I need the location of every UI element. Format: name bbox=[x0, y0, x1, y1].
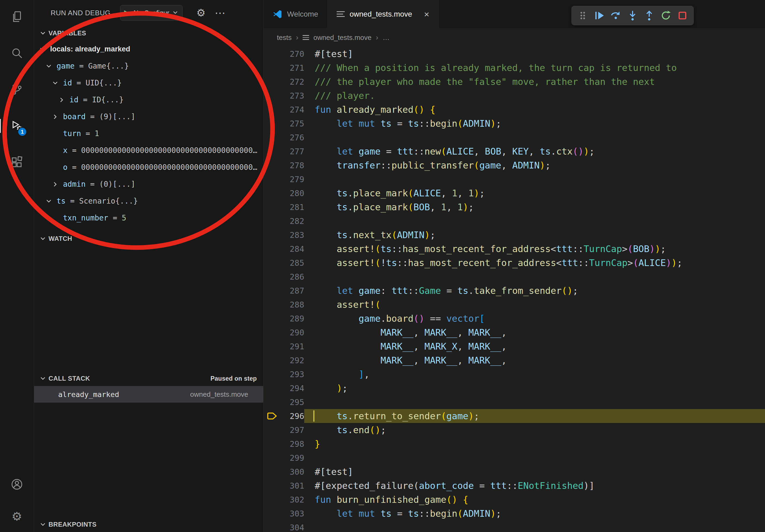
variables-section-label: VARIABLES bbox=[49, 30, 86, 37]
variable-row-txn_number[interactable]: txn_number = 5 bbox=[34, 209, 263, 226]
code-line-284[interactable]: 284 assert!(ts::has_most_recent_for_addr… bbox=[264, 242, 765, 256]
variable-row-ts[interactable]: ts = Scenario{...} bbox=[34, 193, 263, 209]
code-line-289[interactable]: 289 game.board() == vector[ bbox=[264, 312, 765, 326]
variable-row-game[interactable]: game = Game{...} bbox=[34, 58, 263, 75]
code-line-291[interactable]: 291 MARK__, MARK_X, MARK__, bbox=[264, 339, 765, 353]
activity-bar: 1 ⚙ bbox=[0, 0, 34, 532]
variable-row-scope[interactable]: locals: already_marked bbox=[34, 41, 263, 58]
chevron-down-icon bbox=[172, 9, 179, 17]
step-into-icon[interactable] bbox=[624, 7, 641, 24]
chevron-down-icon[interactable] bbox=[45, 63, 57, 70]
stop-icon[interactable] bbox=[674, 7, 691, 24]
code-line-298[interactable]: 298} bbox=[264, 437, 765, 451]
code-line-279[interactable]: 279 bbox=[264, 172, 765, 186]
chevron-right-icon[interactable] bbox=[52, 181, 63, 188]
watch-section-header[interactable]: WATCH bbox=[34, 231, 263, 246]
breadcrumb-symbol-ellipsis[interactable]: … bbox=[382, 34, 389, 42]
call-stack-frame-row[interactable]: already_marked owned_tests.move bbox=[34, 386, 263, 402]
settings-gear-icon[interactable]: ⚙ bbox=[8, 508, 25, 525]
code-line-277[interactable]: 277 let game = ttt::new(ALICE, BOB, KEY,… bbox=[264, 144, 765, 158]
launch-config-dropdown[interactable]: ▶ No Configur bbox=[120, 5, 182, 21]
breakpoints-section-header[interactable]: BREAKPOINTS bbox=[34, 517, 263, 532]
line-number: 287 bbox=[281, 286, 304, 296]
code-line-285[interactable]: 285 assert!(!ts::has_most_recent_for_add… bbox=[264, 256, 765, 270]
more-actions-icon[interactable]: ⋯ bbox=[215, 10, 226, 16]
variable-row-id[interactable]: id = UID{...} bbox=[34, 75, 263, 91]
continue-icon[interactable] bbox=[591, 7, 608, 24]
code-line-278[interactable]: 278 transfer::public_transfer(game, ADMI… bbox=[264, 158, 765, 172]
extensions-icon[interactable] bbox=[8, 154, 25, 171]
variable-row-admin[interactable]: admin = (0)[...] bbox=[34, 176, 263, 193]
code-line-295[interactable]: 295 bbox=[264, 395, 765, 409]
breadcrumb: tests › owned_tests.move › … bbox=[264, 28, 765, 47]
tab-welcome[interactable]: Welcome bbox=[264, 0, 328, 28]
code-line-301[interactable]: 301#[expected_failure(abort_code = ttt::… bbox=[264, 479, 765, 493]
code-line-304[interactable]: 304 bbox=[264, 520, 765, 532]
call-stack-section-header[interactable]: CALL STACK Paused on step bbox=[34, 371, 263, 386]
code-text bbox=[304, 520, 765, 532]
code-line-288[interactable]: 288 assert!( bbox=[264, 298, 765, 312]
code-line-297[interactable]: 297 ts.end(); bbox=[264, 423, 765, 437]
source-control-icon[interactable] bbox=[8, 81, 25, 98]
code-line-290[interactable]: 290 MARK__, MARK__, MARK__, bbox=[264, 326, 765, 339]
chevron-down-icon[interactable] bbox=[39, 46, 50, 53]
code-line-271[interactable]: 271/// When a position is already marked… bbox=[264, 61, 765, 75]
variable-row-board[interactable]: board = (9)[...] bbox=[34, 108, 263, 125]
close-tab-icon[interactable]: × bbox=[424, 10, 429, 19]
code-line-275[interactable]: 275 let mut ts = ts::begin(ADMIN); bbox=[264, 117, 765, 131]
step-out-icon[interactable] bbox=[641, 7, 657, 24]
code-line-303[interactable]: 303 let mut ts = ts::begin(ADMIN); bbox=[264, 507, 765, 520]
chevron-right-icon[interactable] bbox=[52, 113, 63, 120]
line-number: 299 bbox=[281, 453, 304, 463]
code-text: assert!( bbox=[304, 298, 765, 312]
line-number: 271 bbox=[281, 63, 304, 73]
code-text: MARK__, MARK_X, MARK__, bbox=[304, 339, 765, 353]
code-line-283[interactable]: 283 ts.next_tx(ADMIN); bbox=[264, 228, 765, 242]
code-line-294[interactable]: 294 ); bbox=[264, 381, 765, 395]
chevron-right-icon[interactable] bbox=[58, 97, 69, 104]
restart-icon[interactable] bbox=[657, 7, 674, 24]
variables-tree: locals: already_markedgame = Game{...}id… bbox=[34, 41, 263, 226]
variables-section-header[interactable]: VARIABLES bbox=[34, 26, 263, 41]
breadcrumb-file[interactable]: owned_tests.move bbox=[313, 34, 372, 42]
variable-row-turn[interactable]: turn = 1 bbox=[34, 125, 263, 142]
current-frame-indicator bbox=[264, 412, 281, 420]
step-over-icon[interactable] bbox=[608, 7, 624, 24]
account-icon[interactable] bbox=[8, 476, 25, 493]
line-number: 300 bbox=[281, 467, 304, 476]
code-area[interactable]: 270#[test]271/// When a position is alre… bbox=[264, 47, 765, 532]
variable-row-id[interactable]: id = ID{...} bbox=[34, 91, 263, 108]
code-line-274[interactable]: 274fun already_marked() { bbox=[264, 103, 765, 117]
variable-value: 5 bbox=[122, 213, 263, 222]
search-icon[interactable] bbox=[8, 45, 25, 62]
toolbar-drag-handle[interactable] bbox=[574, 7, 591, 24]
code-line-281[interactable]: 281 ts.place_mark(BOB, 1, 1); bbox=[264, 200, 765, 214]
code-line-292[interactable]: 292 MARK__, MARK__, MARK__, bbox=[264, 353, 765, 367]
code-line-272[interactable]: 272/// the player who made the "false" m… bbox=[264, 75, 765, 89]
code-line-300[interactable]: 300#[test] bbox=[264, 465, 765, 479]
code-line-302[interactable]: 302fun burn_unfinished_game() { bbox=[264, 493, 765, 507]
explorer-icon[interactable] bbox=[8, 8, 25, 25]
tab-owned-tests[interactable]: owned_tests.move × bbox=[328, 0, 438, 28]
start-debug-icon[interactable]: ▶ bbox=[124, 9, 130, 17]
chevron-down-icon[interactable] bbox=[45, 198, 57, 205]
code-line-287[interactable]: 287 let game: ttt::Game = ts.take_from_s… bbox=[264, 284, 765, 298]
code-line-270[interactable]: 270#[test] bbox=[264, 47, 765, 61]
run-and-debug-icon[interactable]: 1 bbox=[8, 117, 25, 134]
code-line-286[interactable]: 286 bbox=[264, 270, 765, 284]
breadcrumb-folder[interactable]: tests bbox=[277, 34, 292, 42]
variable-row-x[interactable]: x = 000000000000000000000000000000000000… bbox=[34, 142, 263, 159]
code-text: let game = ttt::new(ALICE, BOB, KEY, ts.… bbox=[304, 144, 765, 158]
code-line-280[interactable]: 280 ts.place_mark(ALICE, 1, 1); bbox=[264, 186, 765, 200]
debug-settings-gear-icon[interactable]: ⚙ bbox=[197, 8, 206, 18]
code-line-293[interactable]: 293 ], bbox=[264, 367, 765, 381]
variable-row-o[interactable]: o = 000000000000000000000000000000000000… bbox=[34, 159, 263, 176]
code-line-276[interactable]: 276 bbox=[264, 131, 765, 144]
chevron-down-icon[interactable] bbox=[52, 80, 63, 87]
code-line-273[interactable]: 273/// player. bbox=[264, 89, 765, 103]
code-line-296[interactable]: 296 ts.return_to_sender(game); bbox=[264, 409, 765, 423]
vscode-logo-icon bbox=[273, 9, 282, 19]
code-text: ts.end(); bbox=[304, 423, 765, 437]
code-line-282[interactable]: 282 bbox=[264, 214, 765, 228]
code-line-299[interactable]: 299 bbox=[264, 451, 765, 465]
